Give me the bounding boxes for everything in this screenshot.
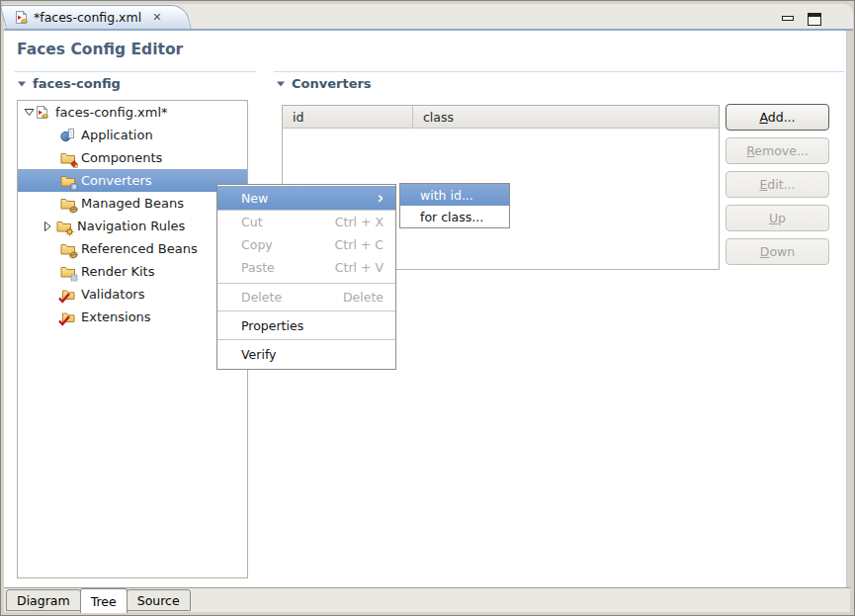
faces-config-file-icon — [14, 10, 29, 25]
referenced-beans-folder-icon — [60, 241, 77, 257]
tree-row-application[interactable]: Application — [18, 124, 247, 146]
tree-row-label: Converters — [77, 173, 152, 188]
faces-config-section-header[interactable]: faces-config — [18, 76, 121, 91]
submenu-item-for-class[interactable]: for class... — [400, 206, 509, 227]
tree-row-managed-beans[interactable]: Managed Beans — [18, 192, 247, 215]
menu-item-label: New — [241, 191, 268, 206]
eclipse-editor-window: *faces-config.xml ✕ Faces Config Editor … — [0, 0, 855, 616]
menu-item-shortcut: Ctrl + X — [335, 215, 384, 229]
editor-tab-title: *faces-config.xml — [34, 10, 141, 25]
tab-label: Tree — [91, 594, 117, 609]
converters-actions: Add... Remove... Edit... Up Down — [726, 104, 829, 265]
menu-item-label: Verify — [241, 347, 276, 362]
tab-close-icon[interactable]: ✕ — [152, 11, 161, 24]
expander-collapsed-icon[interactable] — [42, 221, 53, 231]
render-kits-folder-icon — [60, 264, 77, 280]
tree-row-label: Validators — [77, 287, 144, 302]
editor-body: Faces Config Editor faces-config Convert… — [4, 31, 847, 587]
editor-tab-faces-config[interactable]: *faces-config.xml ✕ — [6, 5, 172, 29]
tree-row-label: Components — [77, 150, 162, 165]
context-menu: New › Cut Ctrl + X Copy Ctrl + C Paste C… — [216, 184, 396, 370]
minimize-view-button[interactable] — [782, 13, 794, 21]
add-button[interactable]: Add... — [726, 104, 829, 131]
tab-diagram[interactable]: Diagram — [6, 589, 81, 611]
menu-item-label: Delete — [241, 290, 282, 305]
menu-item-paste[interactable]: Paste Ctrl + V — [217, 256, 395, 279]
faces-config-tree: faces-config.xml* Application — [17, 100, 248, 578]
twistie-down-icon — [18, 80, 27, 88]
button-label: p — [778, 211, 786, 225]
tab-label: Diagram — [17, 593, 70, 608]
tree-row-referenced-beans[interactable]: Referenced Beans — [18, 237, 247, 260]
menu-item-copy[interactable]: Copy Ctrl + C — [217, 233, 395, 256]
section-divider — [15, 71, 256, 72]
new-submenu: with id... for class... — [399, 183, 510, 228]
column-header-label: class — [423, 110, 454, 125]
up-button[interactable]: Up — [726, 205, 829, 231]
submenu-item-with-id[interactable]: with id... — [400, 184, 509, 206]
button-mnemonic: A — [759, 110, 767, 125]
tree-row-extensions[interactable]: Extensions — [18, 306, 247, 328]
button-mnemonic: D — [760, 244, 770, 259]
section-title: faces-config — [33, 76, 121, 91]
tree-row-label: faces-config.xml* — [51, 105, 168, 120]
menu-item-shortcut: Ctrl + C — [335, 237, 384, 252]
converters-folder-icon — [60, 173, 77, 189]
tree-row-validators[interactable]: Validators — [18, 283, 247, 306]
menu-item-label: Copy — [241, 237, 273, 252]
tab-label: Source — [137, 593, 180, 608]
tree-row-label: Referenced Beans — [77, 241, 198, 256]
extensions-check-icon — [60, 309, 77, 325]
twistie-down-icon — [277, 80, 286, 88]
section-divider — [274, 71, 844, 72]
menu-item-label: Paste — [241, 260, 275, 275]
section-title: Converters — [292, 76, 372, 91]
button-label: dit... — [767, 177, 795, 192]
page-title: Faces Config Editor — [17, 41, 183, 58]
menu-item-verify[interactable]: Verify — [217, 340, 395, 368]
maximize-icon — [808, 13, 821, 26]
menu-item-properties[interactable]: Properties — [217, 311, 395, 339]
menu-item-new[interactable]: New › — [217, 186, 395, 210]
button-label: emove... — [754, 143, 809, 158]
menu-item-label: Properties — [241, 318, 303, 333]
tree-row-label: Application — [77, 128, 153, 142]
bottom-tab-bar: Diagram Tree Source — [4, 587, 850, 612]
minimize-icon — [782, 16, 794, 21]
button-label: dd... — [768, 110, 796, 125]
editor-tabstrip: *faces-config.xml ✕ — [4, 4, 853, 31]
tree-row-faces-config-xml[interactable]: faces-config.xml* — [18, 101, 247, 124]
remove-button[interactable]: Remove... — [726, 137, 829, 164]
tree-row-components[interactable]: Components — [18, 146, 247, 169]
navigation-rules-folder-icon — [56, 219, 73, 234]
tree-row-label: Managed Beans — [77, 196, 184, 211]
tree-row-label: Extensions — [77, 309, 151, 324]
expander-open-icon[interactable] — [23, 108, 35, 117]
menu-item-label: Cut — [241, 215, 263, 229]
converters-table-header: id class — [283, 106, 719, 129]
submenu-arrow-icon: › — [378, 189, 384, 206]
menu-item-shortcut: Delete — [343, 290, 384, 305]
application-icon — [60, 128, 77, 143]
components-folder-icon — [60, 150, 77, 166]
column-header-class[interactable]: class — [412, 106, 719, 128]
edit-button[interactable]: Edit... — [726, 171, 829, 198]
tree-row-render-kits[interactable]: Render Kits — [18, 260, 247, 283]
faces-config-file-icon — [35, 105, 51, 121]
menu-item-label: for class... — [420, 210, 483, 224]
menu-item-cut[interactable]: Cut Ctrl + X — [217, 211, 395, 233]
maximize-view-button[interactable] — [808, 13, 821, 26]
menu-item-label: with id... — [420, 188, 473, 203]
validators-check-icon — [60, 287, 77, 303]
tab-source[interactable]: Source — [127, 589, 191, 611]
converters-section-header[interactable]: Converters — [277, 76, 372, 91]
menu-item-shortcut: Ctrl + V — [335, 260, 384, 275]
menu-item-delete[interactable]: Delete Delete — [217, 286, 395, 308]
tab-tree[interactable]: Tree — [80, 588, 128, 613]
tree-row-label: Render Kits — [77, 264, 154, 279]
button-mnemonic: U — [769, 211, 778, 225]
column-header-id[interactable]: id — [283, 106, 412, 128]
tree-row-converters[interactable]: Converters — [18, 169, 247, 192]
down-button[interactable]: Down — [726, 238, 829, 265]
tree-row-navigation-rules[interactable]: Navigation Rules — [18, 215, 247, 237]
